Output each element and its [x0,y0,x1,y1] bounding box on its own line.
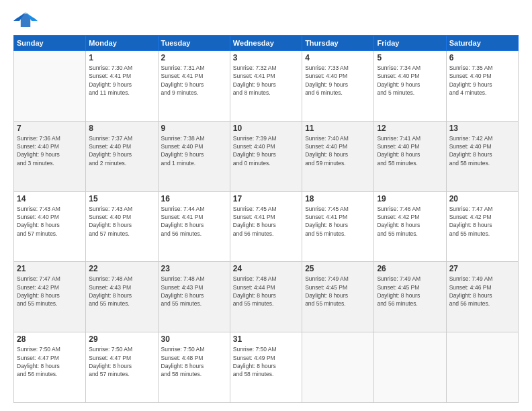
day-number: 3 [233,53,299,62]
calendar-header-row: SundayMondayTuesdayWednesdayThursdayFrid… [14,36,519,51]
day-info: Sunrise: 7:50 AM Sunset: 4:47 PM Dayligh… [17,345,83,378]
day-info: Sunrise: 7:43 AM Sunset: 4:40 PM Dayligh… [89,205,154,238]
day-number: 9 [161,124,227,133]
calendar-cell: 20Sunrise: 7:47 AM Sunset: 4:42 PM Dayli… [446,191,518,262]
calendar-cell [374,332,446,403]
col-header-monday: Monday [86,36,158,51]
calendar-cell: 28Sunrise: 7:50 AM Sunset: 4:47 PM Dayli… [14,332,86,403]
day-number: 28 [17,334,83,344]
day-number: 1 [89,53,154,62]
day-info: Sunrise: 7:32 AM Sunset: 4:41 PM Dayligh… [233,64,299,97]
day-info: Sunrise: 7:48 AM Sunset: 4:44 PM Dayligh… [233,275,299,308]
page: SundayMondayTuesdayWednesdayThursdayFrid… [0,0,532,411]
day-number: 30 [161,334,227,344]
col-header-sunday: Sunday [14,36,86,51]
day-info: Sunrise: 7:35 AM Sunset: 4:40 PM Dayligh… [449,64,515,97]
calendar-table: SundayMondayTuesdayWednesdayThursdayFrid… [13,35,519,403]
day-info: Sunrise: 7:37 AM Sunset: 4:40 PM Dayligh… [89,134,154,167]
day-number: 19 [377,194,443,203]
logo [13,11,40,30]
calendar-cell: 5Sunrise: 7:34 AM Sunset: 4:40 PM Daylig… [374,51,446,122]
calendar-cell: 17Sunrise: 7:45 AM Sunset: 4:41 PM Dayli… [230,191,302,262]
calendar-cell [302,332,374,403]
day-info: Sunrise: 7:45 AM Sunset: 4:41 PM Dayligh… [233,205,299,238]
day-number: 16 [161,194,227,203]
day-number: 31 [233,334,299,344]
calendar-cell: 25Sunrise: 7:49 AM Sunset: 4:45 PM Dayli… [302,262,374,332]
calendar-cell: 29Sunrise: 7:50 AM Sunset: 4:47 PM Dayli… [86,332,158,403]
day-info: Sunrise: 7:47 AM Sunset: 4:42 PM Dayligh… [449,205,515,238]
day-info: Sunrise: 7:45 AM Sunset: 4:41 PM Dayligh… [305,205,371,238]
day-info: Sunrise: 7:50 AM Sunset: 4:48 PM Dayligh… [161,345,227,378]
calendar-cell: 9Sunrise: 7:38 AM Sunset: 4:40 PM Daylig… [158,121,230,191]
day-number: 11 [305,124,371,133]
day-info: Sunrise: 7:48 AM Sunset: 4:43 PM Dayligh… [161,275,227,308]
day-number: 14 [17,194,83,203]
calendar-cell: 16Sunrise: 7:44 AM Sunset: 4:41 PM Dayli… [158,191,230,262]
calendar-cell: 30Sunrise: 7:50 AM Sunset: 4:48 PM Dayli… [158,332,230,403]
day-number: 20 [449,194,515,203]
day-number: 13 [449,124,515,133]
day-number: 18 [305,194,371,203]
day-info: Sunrise: 7:31 AM Sunset: 4:41 PM Dayligh… [161,64,227,97]
day-number: 5 [377,53,443,62]
day-number: 17 [233,194,299,203]
col-header-tuesday: Tuesday [158,36,230,51]
day-info: Sunrise: 7:38 AM Sunset: 4:40 PM Dayligh… [161,134,227,167]
day-number: 26 [377,264,443,273]
day-number: 15 [89,194,154,203]
calendar-cell: 12Sunrise: 7:41 AM Sunset: 4:40 PM Dayli… [374,121,446,191]
calendar-cell [14,51,86,122]
day-info: Sunrise: 7:42 AM Sunset: 4:40 PM Dayligh… [449,134,515,167]
calendar-cell: 8Sunrise: 7:37 AM Sunset: 4:40 PM Daylig… [86,121,158,191]
calendar-cell: 4Sunrise: 7:33 AM Sunset: 4:40 PM Daylig… [302,51,374,122]
day-info: Sunrise: 7:49 AM Sunset: 4:46 PM Dayligh… [449,275,515,308]
calendar-cell: 31Sunrise: 7:50 AM Sunset: 4:49 PM Dayli… [230,332,302,403]
calendar-cell [446,332,518,403]
day-number: 10 [233,124,299,133]
calendar-cell: 22Sunrise: 7:48 AM Sunset: 4:43 PM Dayli… [86,262,158,332]
day-number: 25 [305,264,371,273]
calendar-cell: 3Sunrise: 7:32 AM Sunset: 4:41 PM Daylig… [230,51,302,122]
calendar-cell: 21Sunrise: 7:47 AM Sunset: 4:42 PM Dayli… [14,262,86,332]
calendar-cell: 11Sunrise: 7:40 AM Sunset: 4:40 PM Dayli… [302,121,374,191]
day-number: 24 [233,264,299,273]
day-info: Sunrise: 7:49 AM Sunset: 4:45 PM Dayligh… [305,275,371,308]
day-number: 6 [449,53,515,62]
day-info: Sunrise: 7:47 AM Sunset: 4:42 PM Dayligh… [17,275,83,308]
calendar-cell: 19Sunrise: 7:46 AM Sunset: 4:42 PM Dayli… [374,191,446,262]
day-number: 8 [89,124,154,133]
col-header-wednesday: Wednesday [230,36,302,51]
day-number: 12 [377,124,443,133]
day-number: 23 [161,264,227,273]
calendar-cell: 2Sunrise: 7:31 AM Sunset: 4:41 PM Daylig… [158,51,230,122]
calendar-cell: 10Sunrise: 7:39 AM Sunset: 4:40 PM Dayli… [230,121,302,191]
day-info: Sunrise: 7:48 AM Sunset: 4:43 PM Dayligh… [89,275,154,308]
day-info: Sunrise: 7:49 AM Sunset: 4:45 PM Dayligh… [377,275,443,308]
day-info: Sunrise: 7:44 AM Sunset: 4:41 PM Dayligh… [161,205,227,238]
col-header-thursday: Thursday [302,36,374,51]
calendar-cell: 18Sunrise: 7:45 AM Sunset: 4:41 PM Dayli… [302,191,374,262]
day-info: Sunrise: 7:33 AM Sunset: 4:40 PM Dayligh… [305,64,371,97]
calendar-cell: 26Sunrise: 7:49 AM Sunset: 4:45 PM Dayli… [374,262,446,332]
day-info: Sunrise: 7:40 AM Sunset: 4:40 PM Dayligh… [305,134,371,167]
col-header-saturday: Saturday [446,36,518,51]
col-header-friday: Friday [374,36,446,51]
day-number: 2 [161,53,227,62]
day-number: 4 [305,53,371,62]
calendar-cell: 6Sunrise: 7:35 AM Sunset: 4:40 PM Daylig… [446,51,518,122]
day-info: Sunrise: 7:41 AM Sunset: 4:40 PM Dayligh… [377,134,443,167]
calendar-cell: 24Sunrise: 7:48 AM Sunset: 4:44 PM Dayli… [230,262,302,332]
day-info: Sunrise: 7:43 AM Sunset: 4:40 PM Dayligh… [17,205,83,238]
calendar-cell: 7Sunrise: 7:36 AM Sunset: 4:40 PM Daylig… [14,121,86,191]
day-info: Sunrise: 7:30 AM Sunset: 4:41 PM Dayligh… [89,64,154,97]
day-info: Sunrise: 7:34 AM Sunset: 4:40 PM Dayligh… [377,64,443,97]
day-number: 7 [17,124,83,133]
calendar-cell: 1Sunrise: 7:30 AM Sunset: 4:41 PM Daylig… [86,51,158,122]
calendar-cell: 15Sunrise: 7:43 AM Sunset: 4:40 PM Dayli… [86,191,158,262]
calendar-cell: 14Sunrise: 7:43 AM Sunset: 4:40 PM Dayli… [14,191,86,262]
day-info: Sunrise: 7:36 AM Sunset: 4:40 PM Dayligh… [17,134,83,167]
day-number: 21 [17,264,83,273]
day-number: 27 [449,264,515,273]
day-number: 22 [89,264,154,273]
